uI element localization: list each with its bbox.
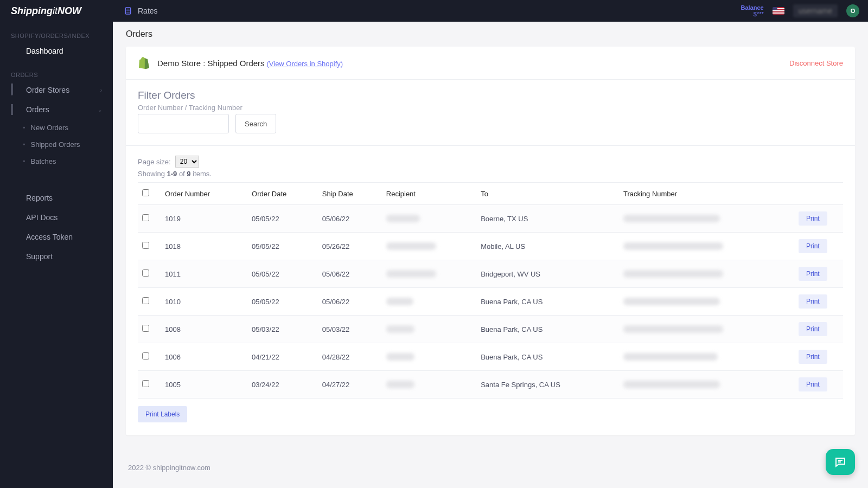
cell-recipient: x — [382, 260, 476, 288]
chat-icon — [834, 455, 847, 468]
print-button[interactable]: Print — [799, 294, 827, 309]
col-order-number[interactable]: Order Number — [161, 183, 247, 205]
shopify-icon — [138, 56, 151, 69]
cell-ship-date: 04/27/22 — [318, 371, 382, 399]
order-stores-label: Order Stores — [26, 86, 69, 94]
col-recipient[interactable]: Recipient — [382, 183, 476, 205]
col-tracking[interactable]: Tracking Number — [619, 183, 794, 205]
view-in-shopify-link[interactable]: (View Orders in Shopify) — [266, 60, 343, 68]
batches-label: Batches — [31, 157, 56, 165]
cell-tracking: x — [619, 233, 794, 260]
cell-ship-date: 05/26/22 — [318, 233, 382, 260]
sidebar-item-orders[interactable]: Orders ⌄ — [0, 100, 113, 119]
shipped-orders-label: Shipped Orders — [31, 140, 80, 149]
row-checkbox[interactable] — [142, 325, 149, 332]
cell-order-date: 03/24/22 — [247, 371, 318, 399]
balance-value: $*** — [741, 11, 764, 17]
row-checkbox[interactable] — [142, 214, 149, 221]
user-avatar[interactable]: O — [846, 4, 859, 17]
row-checkbox[interactable] — [142, 269, 149, 277]
page-size-label: Page size: — [138, 158, 171, 166]
balance-block[interactable]: Balance $*** — [741, 4, 764, 17]
user-name-chip[interactable]: username — [793, 4, 838, 17]
table-row: 101005/05/2205/06/22xBuena Park, CA USxP… — [138, 288, 843, 316]
sidebar-item-api-docs[interactable]: API Docs — [0, 208, 113, 227]
search-button[interactable]: Search — [235, 114, 276, 133]
cell-to: Boerne, TX US — [476, 205, 619, 233]
new-orders-label: New Orders — [31, 124, 68, 132]
print-button[interactable]: Print — [799, 350, 827, 364]
select-all-checkbox[interactable] — [142, 189, 149, 196]
cell-to: Bridgeport, WV US — [476, 260, 619, 288]
cell-recipient: x — [382, 205, 476, 233]
cell-ship-date: 05/03/22 — [318, 316, 382, 343]
print-button[interactable]: Print — [799, 211, 827, 226]
sidebar-item-reports[interactable]: Reports — [0, 188, 113, 208]
access-token-icon — [11, 233, 20, 241]
brand-part2: it — [53, 5, 58, 16]
chevron-down-icon: ⌄ — [98, 107, 102, 113]
search-input[interactable] — [138, 114, 229, 133]
reports-icon — [11, 194, 20, 202]
dashboard-label: Dashboard — [26, 47, 63, 55]
cell-recipient: x — [382, 233, 476, 260]
print-button[interactable]: Print — [799, 377, 827, 391]
cell-tracking: x — [619, 205, 794, 233]
table-row: 101105/05/2205/06/22xBridgeport, WV USxP… — [138, 260, 843, 288]
chat-fab[interactable] — [826, 449, 855, 475]
cell-ship-date: 05/06/22 — [318, 288, 382, 316]
orders-label: Orders — [26, 105, 49, 114]
cell-order-number: 1018 — [161, 233, 247, 260]
col-order-date[interactable]: Order Date — [247, 183, 318, 205]
sidebar-sub-shipped-orders[interactable]: Shipped Orders — [0, 136, 113, 153]
col-ship-date[interactable]: Ship Date — [318, 183, 382, 205]
cell-order-date: 04/21/22 — [247, 343, 318, 371]
row-checkbox[interactable] — [142, 297, 149, 304]
dashboard-icon — [11, 47, 20, 55]
cell-order-number: 1010 — [161, 288, 247, 316]
topbar-rates-link[interactable]: Rates — [113, 7, 158, 15]
print-button[interactable]: Print — [799, 322, 827, 336]
row-checkbox[interactable] — [142, 380, 149, 387]
print-button[interactable]: Print — [799, 267, 827, 281]
col-to[interactable]: To — [476, 183, 619, 205]
sidebar-item-dashboard[interactable]: Dashboard — [0, 41, 113, 61]
support-icon — [11, 252, 20, 261]
cell-order-number: 1008 — [161, 316, 247, 343]
reports-label: Reports — [26, 194, 53, 202]
cell-order-date: 05/05/22 — [247, 288, 318, 316]
cell-recipient: x — [382, 288, 476, 316]
filter-field-label: Order Number / Tracking Number — [138, 104, 843, 112]
disconnect-store-link[interactable]: Disconnect Store — [789, 59, 843, 67]
cell-order-number: 1019 — [161, 205, 247, 233]
page-size-select[interactable]: 20 — [175, 156, 199, 168]
divider — [126, 145, 855, 146]
row-checkbox[interactable] — [142, 352, 149, 359]
locale-flag-icon[interactable] — [773, 7, 784, 15]
cell-ship-date: 05/06/22 — [318, 205, 382, 233]
cell-order-number: 1006 — [161, 343, 247, 371]
row-checkbox[interactable] — [142, 242, 149, 249]
sidebar-sub-new-orders[interactable]: New Orders — [0, 119, 113, 136]
api-docs-icon — [11, 213, 20, 222]
sidebar-item-access-token[interactable]: Access Token — [0, 227, 113, 247]
cell-order-date: 05/03/22 — [247, 316, 318, 343]
print-button[interactable]: Print — [799, 239, 827, 253]
table-row: 101905/05/2205/06/22xBoerne, TX USxPrint — [138, 205, 843, 233]
brand-logo: ShippingitNOW — [0, 5, 113, 17]
sidebar-section-orders: ORDERS — [0, 61, 113, 80]
sidebar-sub-batches[interactable]: Batches — [0, 153, 113, 170]
sidebar-item-support[interactable]: Support — [0, 247, 113, 266]
sidebar-section-path: SHOPIFY/ORDERS/INDEX — [0, 22, 113, 41]
cell-recipient: x — [382, 316, 476, 343]
cell-order-number: 1011 — [161, 260, 247, 288]
sidebar-item-order-stores[interactable]: Order Stores › — [0, 80, 113, 100]
showing-text: Showing 1-9 of 9 items. — [138, 170, 843, 178]
filter-orders-title: Filter Orders — [138, 89, 843, 101]
api-docs-label: API Docs — [26, 213, 58, 222]
support-label: Support — [26, 252, 53, 261]
cell-tracking: x — [619, 288, 794, 316]
chevron-right-icon: › — [100, 87, 102, 93]
sidebar: SHOPIFY/ORDERS/INDEX Dashboard ORDERS Or… — [0, 0, 113, 488]
print-labels-button[interactable]: Print Labels — [138, 406, 187, 422]
